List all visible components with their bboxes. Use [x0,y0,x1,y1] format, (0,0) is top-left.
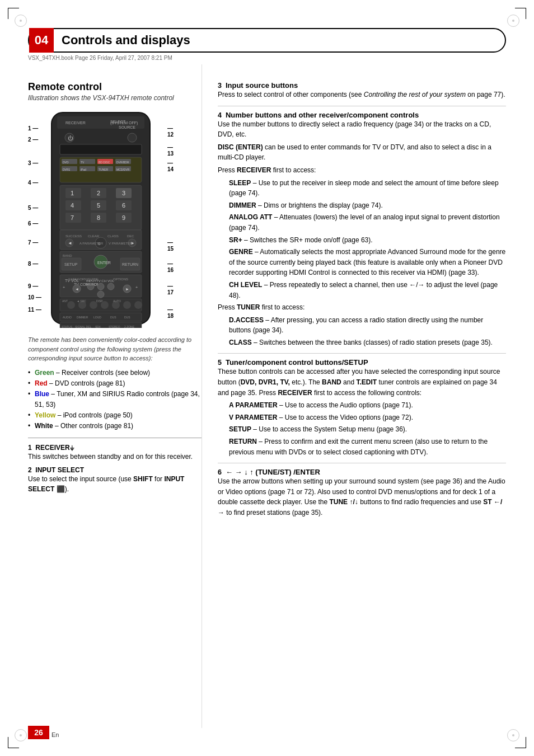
svg-text:3: 3 [122,190,125,196]
item-4-daccess: D.ACCESS – After pressing, you can acces… [229,315,506,336]
svg-text:SIGNAL DEL: SIGNAL DEL [75,325,91,328]
label-9: 9 — [28,283,38,289]
svg-text:◄: ◄ [75,287,79,291]
reg-circle-tr [507,15,519,27]
item-5-v-param: V PARAMETER – Use to access the Video op… [229,412,506,423]
divider-r2 [218,353,506,354]
label-11: 11 — [28,307,41,313]
label-12: — 12 [167,125,174,138]
svg-text:STATUS: STATUS [62,325,73,328]
color-item-blue: Blue – Tuner, XM and SIRIUS Radio contro… [28,389,202,410]
svg-text:TUNER: TUNER [99,168,109,171]
svg-text:ENTER: ENTER [97,261,111,265]
chapter-number: 04 [29,28,54,53]
svg-text:DISP: DISP [96,299,103,303]
page-title: Controls and displays [62,33,190,48]
label-10: 10 — [28,294,41,300]
item-4-class: CLASS – Switches between the three banks… [229,337,506,348]
svg-text:4: 4 [71,202,74,209]
svg-point-75 [97,283,104,290]
item-4-genre: GENRE – Automatically selects the most a… [229,247,506,278]
svg-text:2.ZONE: 2.ZONE [124,325,135,328]
item-2-heading: 2 INPUT SELECT [28,466,202,474]
svg-text:1: 1 [71,190,74,196]
svg-text:SUCCESS: SUCCESS [65,234,82,238]
remote-svg: RECEIVER (SYSTEM OFF) SOURCE SELECT ⏻ [46,110,156,328]
item-2-body: Use to select the input source (use SHIF… [28,474,202,494]
svg-text:SD/I: SD/I [95,325,101,328]
svg-text:TV VOL: TV VOL [65,279,79,283]
svg-text:+: + [135,285,138,289]
item-5-section: 5 Tuner/component control buttons/SETUP … [218,358,506,457]
svg-text:DEC: DEC [127,234,134,238]
label-18: — 18 [167,307,174,319]
svg-text:SETUP: SETUP [64,262,78,266]
item-4-disc: DISC (ENTER) can be used to enter comman… [218,142,506,163]
remote-section-title: Remote control [28,81,202,93]
svg-text:◄ SRC: ◄ SRC [77,299,86,303]
label-17: — 17 [167,283,174,295]
svg-text:SELECT: SELECT [110,120,126,124]
header-bar: 04 Controls and displays [28,28,506,53]
color-note: The remote has been conveniently color-c… [28,335,202,363]
svg-text:6: 6 [122,202,125,209]
item-4-press-tuner: Press TUNER first to access: [218,302,506,313]
svg-text:VOL: VOL [107,279,115,283]
item-4-body: Use the number buttons to directly selec… [218,119,506,140]
label-5: 5 — [28,205,38,211]
label-14: — 14 [167,160,174,172]
item-5-return: RETURN – Press to confirm and exit the c… [229,436,506,457]
item-4-analog-att: ANALOG ATT – Attenuates (lowers) the lev… [229,212,506,233]
svg-text:ANT: ANT [62,299,68,303]
svg-point-87 [67,301,75,309]
left-column: Remote control Illustration shows the VS… [28,64,202,728]
svg-point-85 [97,291,104,298]
label-2: 2 — [28,137,38,143]
svg-point-92 [123,301,131,309]
svg-text:CLEAR: CLEAR [88,234,100,238]
svg-text:A PARAMETER: A PARAMETER [79,242,104,245]
svg-text:DUS: DUS [110,316,116,319]
divider-r3 [218,463,506,463]
svg-text:TV CH: TV CH [96,279,106,283]
numbered-section-left: 1 RECEIVER⏚ This switches between standb… [28,438,202,494]
file-info: VSX_94TXH.book Page 26 Friday, April 27,… [28,55,172,61]
svg-text:◄: ◄ [68,241,72,246]
item-5-a-param: A PARAMETER – Use to access the Audio op… [229,400,506,411]
svg-text:DUS: DUS [124,316,130,319]
svg-text:LOUD: LOUD [93,316,101,319]
color-item-yellow: Yellow – iPod controls (page 50) [28,410,202,421]
color-item-white: White – Other controls (page 81) [28,421,202,431]
svg-text:MCD/DVR: MCD/DVR [116,168,130,171]
item-4-indent-2: D.ACCESS – After pressing, you can acces… [218,315,506,348]
page-lang: En [51,731,59,738]
item-6-body: Use the arrow buttons when setting up yo… [218,476,506,518]
divider-r1 [218,106,506,106]
item-6-heading: 6 ← → ↓ ↑ (TUNE/ST) /ENTER [218,468,506,476]
label-8: 8 — [28,261,38,267]
item-4-dimmer: DIMMER – Dims or brightens the display (… [229,200,506,211]
item-5-setup: SETUP – Use to access the System Setup m… [229,424,506,435]
label-13: — 13 [167,144,174,157]
item-1-heading: 1 RECEIVER⏚ [28,444,202,452]
svg-text:DIMMER: DIMMER [77,316,88,319]
svg-text:BAND: BAND [63,254,72,257]
item-3-section: 3 Input source buttons Press to select c… [218,81,506,100]
reg-circle-br [507,729,519,741]
item-4-indent: SLEEP – Use to put the receiver in sleep… [218,178,506,301]
item-4-ch-level: CH LEVEL – Press repeatedly to select a … [229,280,506,300]
svg-point-8 [128,133,137,142]
svg-text:⏻: ⏻ [68,135,73,141]
item-4-section: 4 Number buttons and other receiver/comp… [218,111,506,348]
svg-text:AUTO: AUTO [113,299,121,303]
svg-text:iPad: iPad [81,168,86,171]
divider-1 [28,438,202,438]
label-15: — 15 [167,240,174,252]
remote-section-subtitle: Illustration shows the VSX-94TXH remote … [28,94,202,102]
svg-text:7: 7 [71,214,74,221]
remote-svg-area: RECEIVER (SYSTEM OFF) SOURCE SELECT ⏻ [46,110,158,330]
color-list: Green – Receiver controls (see below) Re… [28,368,202,432]
color-item-green: Green – Receiver controls (see below) [28,368,202,378]
item-5-heading: 5 Tuner/component control buttons/SETUP [218,358,506,367]
svg-point-76 [107,283,114,290]
